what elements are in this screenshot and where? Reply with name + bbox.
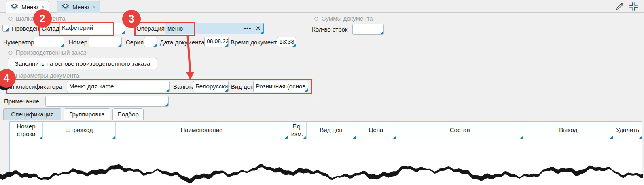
- document-tabbar: Меню × Меню ×: [0, 0, 644, 13]
- doc-tab-label: Меню: [21, 4, 38, 11]
- price-kind-label: Вид цен: [231, 83, 254, 90]
- column-header-unit[interactable]: Ед. изм.: [288, 122, 307, 139]
- expand-corners-icon[interactable]: [629, 2, 638, 11]
- specification-grid: Номер строки Штрихкод Наименование Ед. и…: [9, 121, 642, 185]
- tab-selection[interactable]: Подбор: [112, 108, 144, 120]
- column-header-line-number[interactable]: Номер строки: [10, 122, 43, 139]
- group-title: Шапка документа: [16, 15, 66, 22]
- collapse-icon[interactable]: ⊖: [8, 73, 13, 78]
- collapse-icon[interactable]: ⊖: [314, 16, 319, 21]
- column-header-name[interactable]: Наименование: [116, 122, 288, 139]
- line-count-input[interactable]: [352, 24, 384, 35]
- number-label: Номер: [69, 39, 87, 46]
- doc-tab-label: Меню: [72, 4, 89, 11]
- doc-date-label: Дата документа: [160, 39, 205, 46]
- group-production-order: ⊖ Производственный заказ: [8, 49, 305, 56]
- ellipsis-icon[interactable]: •••: [244, 25, 252, 32]
- group-title: Параметры документа: [16, 72, 79, 79]
- grid-header-row: Номер строки Штрихкод Наименование Ед. и…: [10, 122, 642, 139]
- classifier-type-input[interactable]: Меню для кафе: [67, 81, 170, 92]
- currency-input[interactable]: Белорусский: [193, 81, 229, 92]
- operation-combo[interactable]: меню ••• ✕: [165, 23, 264, 34]
- tab-specification[interactable]: Спецификация: [3, 108, 61, 120]
- currency-label: Валюта: [173, 83, 195, 90]
- doc-time-label: Время документа: [231, 39, 280, 46]
- edit-pencil-icon[interactable]: [615, 2, 625, 11]
- layers-icon: [61, 4, 70, 11]
- collapse-icon[interactable]: ⊖: [8, 16, 13, 21]
- note-label: Примечание: [4, 98, 39, 105]
- column-header-composition[interactable]: Состав: [396, 122, 524, 139]
- line-count-label: Кол-во строк: [312, 26, 347, 33]
- numerator-input[interactable]: [34, 37, 64, 47]
- group-title: Производственный заказ: [16, 49, 87, 56]
- group-title: Суммы документа: [322, 15, 373, 22]
- warehouse-label: Склад: [42, 25, 59, 32]
- series-input[interactable]: [144, 37, 157, 47]
- fill-from-production-order-button[interactable]: Заполнить на основе производственного за…: [8, 58, 157, 69]
- doc-tab-menu-2[interactable]: Меню ×: [57, 1, 100, 13]
- layers-icon: [10, 4, 19, 11]
- doc-tab-menu-1[interactable]: Меню ×: [6, 1, 49, 13]
- clear-icon[interactable]: ✕: [256, 25, 261, 32]
- group-rule: [89, 53, 305, 53]
- group-doc-header: ⊖ Шапка документа: [8, 15, 305, 22]
- numerator-label: Нумератор: [3, 39, 34, 46]
- conducted-label: Проведен: [12, 25, 40, 32]
- column-header-barcode[interactable]: Штрихкод: [43, 122, 116, 139]
- group-rule: [68, 19, 306, 19]
- collapse-icon[interactable]: ⊖: [8, 50, 13, 55]
- operation-label: Операция: [136, 25, 165, 32]
- column-header-price-kind[interactable]: Вид цен: [307, 122, 356, 139]
- operation-value: меню: [167, 25, 244, 32]
- column-header-delete[interactable]: Удалить: [613, 122, 642, 139]
- tab-close-icon[interactable]: ×: [93, 4, 96, 11]
- doc-time-input[interactable]: 13:33: [277, 37, 296, 47]
- tab-grouping[interactable]: Группировка: [64, 108, 110, 120]
- classifier-type-label: Тип классификатора: [4, 83, 62, 90]
- panel-divider: [310, 14, 310, 106]
- app-window: Меню × Меню × ⊖ Шапка док: [0, 0, 644, 185]
- number-input[interactable]: [89, 37, 122, 47]
- group-rule: [82, 76, 305, 76]
- conducted-checkbox[interactable]: [2, 25, 9, 32]
- tab-close-icon[interactable]: ×: [42, 4, 45, 11]
- column-header-price[interactable]: Цена: [356, 122, 396, 139]
- group-rule: [376, 19, 383, 19]
- series-label: Серия: [126, 39, 144, 46]
- column-header-output[interactable]: Выход: [523, 122, 613, 139]
- doc-date-input[interactable]: 08.08.23: [204, 37, 229, 47]
- note-input[interactable]: [45, 96, 169, 107]
- price-kind-input[interactable]: Розничная (основ: [253, 81, 308, 92]
- warehouse-input[interactable]: Кафетерий: [59, 23, 125, 34]
- group-doc-params: ⊖ Параметры документа: [8, 72, 305, 79]
- group-doc-sums: ⊖ Суммы документа: [314, 15, 383, 22]
